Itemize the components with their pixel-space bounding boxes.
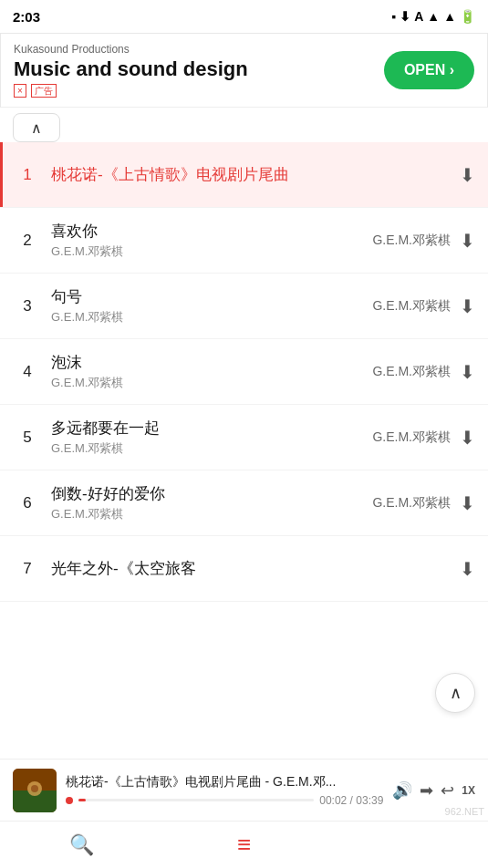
artist-label: G.E.M.邓紫棋	[372, 429, 451, 446]
ad-text-block: Kukasound Productions Music and sound de…	[14, 43, 384, 98]
now-playing-progress: 00:02 / 03:39	[66, 794, 383, 807]
download-button[interactable]: ⬇	[460, 295, 475, 317]
active-bar	[0, 142, 3, 207]
song-actions: ⬇	[460, 558, 475, 580]
scroll-up-button[interactable]: ∧	[435, 673, 475, 713]
download-button[interactable]: ⬇	[460, 361, 475, 383]
now-playing-title: 桃花诺-《上古情歌》电视剧片尾曲 - G.E.M.邓...	[66, 774, 383, 790]
progress-bar-bg[interactable]	[78, 799, 314, 801]
download-button[interactable]: ⬇	[460, 427, 475, 449]
playlist-nav-icon: ≡	[237, 831, 251, 859]
song-rank: 6	[13, 494, 42, 512]
song-rank: 7	[13, 560, 42, 578]
collapse-bar: ∧	[0, 108, 488, 142]
ad-title: Music and sound design	[14, 57, 384, 81]
song-rank: 2	[13, 232, 42, 250]
chevron-up-icon-float: ∧	[450, 683, 462, 703]
download-button[interactable]: ⬇	[460, 558, 475, 580]
nav-playlist[interactable]: ≡	[216, 831, 271, 859]
song-info: 喜欢你G.E.M.邓紫棋	[51, 221, 372, 260]
song-artist: G.E.M.邓紫棋	[51, 375, 372, 391]
progress-bar-fill	[78, 799, 86, 801]
song-title: 句号	[51, 286, 372, 307]
artist-label: G.E.M.邓紫棋	[372, 364, 451, 380]
song-artist: G.E.M.邓紫棋	[51, 506, 372, 522]
open-button[interactable]: OPEN ›	[384, 51, 474, 89]
song-artist: G.E.M.邓紫棋	[51, 440, 372, 457]
wifi-icon: ▲	[427, 9, 440, 24]
song-info: 多远都要在一起G.E.M.邓紫棋	[51, 418, 372, 457]
now-playing-info: 桃花诺-《上古情歌》电视剧片尾曲 - G.E.M.邓... 00:02 / 03…	[66, 774, 383, 807]
battery-icon: 🔋	[460, 9, 475, 24]
nav-search[interactable]: 🔍	[54, 833, 109, 857]
song-item[interactable]: 7光年之外-《太空旅客⬇	[0, 536, 488, 602]
collapse-button[interactable]: ∧	[13, 113, 60, 142]
song-item[interactable]: 6倒数-好好的爱你G.E.M.邓紫棋G.E.M.邓紫棋⬇	[0, 470, 488, 536]
ad-company: Kukasound Productions	[14, 43, 384, 56]
song-actions: G.E.M.邓紫棋⬇	[372, 492, 475, 514]
song-actions: G.E.M.邓紫棋⬇	[372, 230, 475, 252]
song-title: 桃花诺-《上古情歌》电视剧片尾曲	[51, 164, 460, 185]
text-icon: A	[414, 9, 423, 24]
download-button[interactable]: ⬇	[460, 492, 475, 514]
song-actions: ⬇	[460, 164, 475, 186]
song-rank: 3	[13, 297, 42, 315]
progress-dot	[66, 797, 73, 804]
song-info: 倒数-好好的爱你G.E.M.邓紫棋	[51, 483, 372, 522]
download-button[interactable]: ⬇	[460, 230, 475, 252]
ad-banner: Kukasound Productions Music and sound de…	[0, 33, 488, 108]
ad-label-text: 广告	[31, 84, 57, 98]
signal-icon: ▲	[443, 9, 456, 24]
repeat-icon[interactable]: ↩	[441, 780, 454, 801]
artist-label: G.E.M.邓紫棋	[372, 495, 451, 512]
song-list: 1桃花诺-《上古情歌》电视剧片尾曲⬇2喜欢你G.E.M.邓紫棋G.E.M.邓紫棋…	[0, 142, 488, 602]
ad-label: × 广告	[14, 85, 384, 98]
song-rank: 5	[13, 429, 42, 447]
artist-label: G.E.M.邓紫棋	[372, 232, 451, 249]
song-rank: 1	[13, 166, 42, 184]
song-artist: G.E.M.邓紫棋	[51, 243, 372, 260]
song-title: 光年之外-《太空旅客	[51, 558, 460, 579]
chevron-up-icon: ∧	[31, 119, 42, 137]
song-actions: G.E.M.邓紫棋⬇	[372, 427, 475, 449]
song-title: 倒数-好好的爱你	[51, 483, 372, 504]
now-playing-bar[interactable]: 桃花诺-《上古情歌》电视剧片尾曲 - G.E.M.邓... 00:02 / 03…	[0, 759, 488, 821]
bottom-nav: 🔍 ≡	[0, 821, 488, 868]
ad-close-icon[interactable]: ×	[14, 84, 26, 98]
now-playing-controls: 🔊 ➡ ↩ 1X	[392, 780, 475, 801]
song-actions: G.E.M.邓紫棋⬇	[372, 295, 475, 317]
song-artist: G.E.M.邓紫棋	[51, 309, 372, 326]
song-item[interactable]: 5多远都要在一起G.E.M.邓紫棋G.E.M.邓紫棋⬇	[0, 405, 488, 470]
volume-icon[interactable]: 🔊	[392, 780, 412, 801]
song-title: 多远都要在一起	[51, 418, 372, 439]
song-info: 泡沫G.E.M.邓紫棋	[51, 352, 372, 391]
song-item[interactable]: 1桃花诺-《上古情歌》电视剧片尾曲⬇	[0, 142, 488, 208]
song-info: 光年之外-《太空旅客	[51, 558, 460, 579]
song-item[interactable]: 2喜欢你G.E.M.邓紫棋G.E.M.邓紫棋⬇	[0, 208, 488, 274]
download-icon-status: ⬇	[400, 9, 410, 24]
song-item[interactable]: 4泡沫G.E.M.邓紫棋G.E.M.邓紫棋⬇	[0, 339, 488, 405]
now-playing-time: 00:02 / 03:39	[319, 794, 383, 807]
search-nav-icon: 🔍	[69, 833, 94, 857]
next-icon[interactable]: ➡	[420, 780, 433, 801]
song-title: 泡沫	[51, 352, 372, 373]
notification-icon: ▪	[391, 9, 396, 24]
svg-point-3	[31, 785, 38, 792]
song-info: 句号G.E.M.邓紫棋	[51, 286, 372, 326]
artist-label: G.E.M.邓紫棋	[372, 298, 451, 315]
album-art	[13, 769, 57, 812]
song-item[interactable]: 3句号G.E.M.邓紫棋G.E.M.邓紫棋⬇	[0, 274, 488, 339]
song-rank: 4	[13, 363, 42, 381]
speed-label[interactable]: 1X	[462, 784, 475, 797]
watermark: 962.NET	[445, 806, 484, 817]
song-info: 桃花诺-《上古情歌》电视剧片尾曲	[51, 164, 460, 185]
song-title: 喜欢你	[51, 221, 372, 242]
download-button[interactable]: ⬇	[460, 164, 475, 186]
status-icons: ▪ ⬇ A ▲ ▲ 🔋	[391, 9, 475, 24]
status-time: 2:03	[13, 9, 40, 25]
status-bar: 2:03 ▪ ⬇ A ▲ ▲ 🔋	[0, 0, 488, 33]
song-actions: G.E.M.邓紫棋⬇	[372, 361, 475, 383]
